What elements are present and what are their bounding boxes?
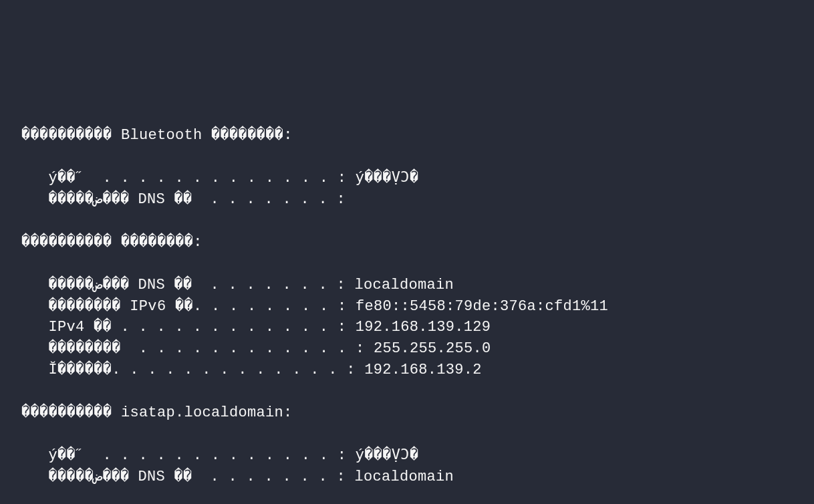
terminal-output: ���������� Bluetooth ��������: ý��˝ . . … [21,104,801,504]
bluetooth-media-state: ý��˝ . . . . . . . . . . . . . : ý���ṾϽ� [21,170,418,186]
ethernet-dns-suffix: �����ض��� DNS ��￻ . . . . . . . : locald… [21,277,454,293]
isatap1-dns-suffix: �����ض��� DNS ��￻ . . . . . . . : locald… [21,469,454,485]
isatap1-header: ���������� isatap.localdomain: [21,404,293,421]
ethernet-subnet-mask: �������� . . . . . . . . . . . . : 255.2… [21,340,491,357]
ethernet-default-gateway: Ĭ������. . . . . . . . . . . . . : 192.1… [21,362,482,378]
bluetooth-dns-suffix: �����ض��� DNS ��￻ . . . . . . . : [21,191,346,208]
ethernet-ipv6: �������� IPv6 ��. . . . . . . . : fe80::… [21,298,608,315]
bluetooth-header: ���������� Bluetooth ��������: [21,127,293,144]
isatap1-media-state: ý��˝ . . . . . . . . . . . . . : ý���ṾϽ� [21,447,418,464]
ethernet-header: ���������� ��������: [21,234,202,251]
ethernet-ipv4: IPv4 �� . . . . . . . . . . . . : 192.16… [21,319,491,336]
